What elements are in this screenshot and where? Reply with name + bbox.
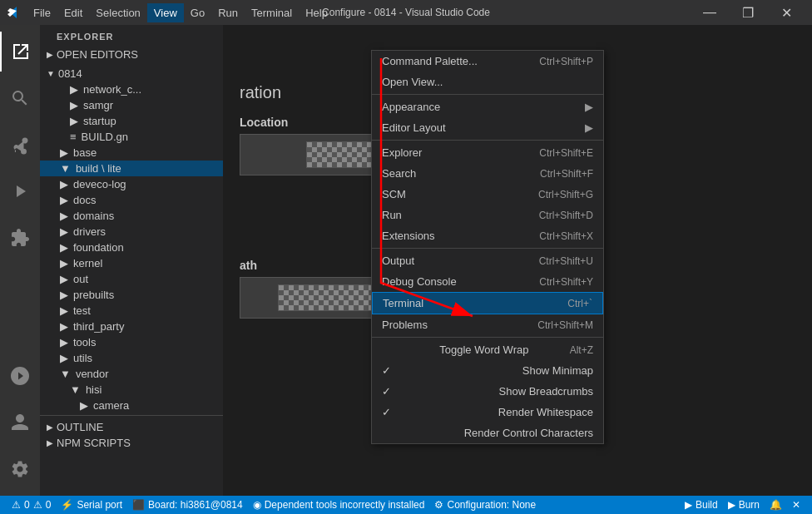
list-item[interactable]: ▶ network_c... bbox=[40, 82, 223, 97]
menu-terminal[interactable]: Terminal bbox=[245, 3, 299, 22]
activity-remote[interactable] bbox=[0, 356, 40, 396]
root-section-title[interactable]: ▼ 0814 bbox=[40, 66, 223, 82]
status-config[interactable]: ⚙ Configuration: None bbox=[429, 496, 541, 514]
activity-extensions[interactable] bbox=[0, 218, 40, 258]
activity-bar bbox=[0, 25, 40, 496]
item-label: build \ lite bbox=[76, 162, 121, 175]
serial-port-label: Serial port bbox=[77, 499, 122, 511]
menu-run-view[interactable]: Run Ctrl+Shift+D bbox=[372, 205, 603, 225]
list-item-foundation[interactable]: ▶ foundation bbox=[40, 240, 223, 255]
npm-section[interactable]: ▶ NPM SCRIPTS bbox=[40, 435, 223, 451]
app-icon bbox=[7, 6, 20, 19]
activity-scm[interactable] bbox=[0, 125, 40, 165]
separator-3 bbox=[372, 248, 603, 249]
list-item[interactable]: ▶ tools bbox=[40, 334, 223, 350]
list-item[interactable]: ▶ startup bbox=[40, 113, 223, 129]
item-label: network_c... bbox=[83, 83, 141, 96]
status-bell[interactable]: 🔔 bbox=[765, 496, 787, 514]
list-item[interactable]: ▼ hisi bbox=[40, 382, 223, 398]
status-errors[interactable]: ⚠ 0 ⚠ 0 bbox=[7, 496, 56, 514]
render-whitespace-check: ✓ bbox=[382, 406, 395, 418]
menu-explorer[interactable]: Explorer Ctrl+Shift+E bbox=[372, 142, 603, 163]
list-item[interactable]: ▶ camera bbox=[40, 398, 223, 413]
list-item[interactable]: ▶ third_party bbox=[40, 319, 223, 334]
list-item[interactable]: ▶ drivers bbox=[40, 224, 223, 240]
menu-edit[interactable]: Edit bbox=[57, 3, 89, 22]
list-item-build-lite[interactable]: ▼ build \ lite bbox=[40, 161, 223, 176]
menu-extensions[interactable]: Extensions Ctrl+Shift+X bbox=[372, 225, 603, 246]
bell-icon: 🔔 bbox=[770, 499, 782, 511]
open-editors-title[interactable]: ▶ OPEN EDITORS bbox=[40, 47, 223, 62]
menu-scm[interactable]: SCM Ctrl+Shift+G bbox=[372, 184, 603, 205]
close-notif-icon: ✕ bbox=[792, 499, 800, 511]
menu-go[interactable]: Go bbox=[184, 3, 211, 22]
status-burn[interactable]: ▶ Burn bbox=[723, 496, 765, 514]
menu-problems[interactable]: Problems Ctrl+Shift+M bbox=[372, 314, 603, 335]
menu-appearance[interactable]: Appearance ▶ bbox=[372, 96, 603, 117]
menu-selection[interactable]: Selection bbox=[89, 3, 146, 22]
close-button[interactable]: ✕ bbox=[767, 0, 805, 25]
list-item[interactable]: ▶ prebuilts bbox=[40, 287, 223, 303]
separator-4 bbox=[372, 337, 603, 338]
list-item[interactable]: ▶ test bbox=[40, 303, 223, 319]
list-item[interactable]: ▶ kernel bbox=[40, 255, 223, 271]
menu-show-minimap[interactable]: ✓ Show Minimap bbox=[372, 360, 603, 381]
activity-search[interactable] bbox=[0, 78, 40, 118]
menu-show-breadcrumbs[interactable]: ✓ Show Breadcrumbs bbox=[372, 381, 603, 402]
list-item[interactable]: ▶ samgr bbox=[40, 97, 223, 113]
status-board[interactable]: ⬛ Board: hi3861@0814 bbox=[127, 496, 248, 514]
folder-icon: ▶ bbox=[60, 241, 68, 254]
menu-render-control-chars[interactable]: Render Control Characters bbox=[372, 423, 603, 443]
board-icon: ⬛ bbox=[132, 499, 145, 511]
list-item[interactable]: ▶ base bbox=[40, 145, 223, 161]
status-build[interactable]: ▶ Build bbox=[680, 496, 723, 514]
menu-run[interactable]: Run bbox=[211, 3, 245, 22]
warning-icon: ⚠ bbox=[33, 499, 42, 511]
appearance-label: Appearance bbox=[382, 101, 440, 113]
maximize-button[interactable]: ❐ bbox=[729, 0, 767, 25]
menu-debug-console[interactable]: Debug Console Ctrl+Shift+Y bbox=[372, 271, 603, 292]
sidebar-header: Explorer bbox=[40, 25, 223, 45]
list-item[interactable]: ≡ BUILD.gn bbox=[40, 129, 223, 145]
item-label: tools bbox=[73, 336, 96, 348]
list-item[interactable]: ▶ domains bbox=[40, 208, 223, 224]
list-item[interactable]: ▼ vendor bbox=[40, 366, 223, 382]
menu-render-whitespace[interactable]: ✓ Render Whitespace bbox=[372, 402, 603, 423]
folder-icon: ▶ bbox=[60, 257, 68, 269]
list-item[interactable]: ▶ out bbox=[40, 271, 223, 287]
file-icon: ≡ bbox=[70, 131, 77, 143]
folder-icon: ▶ bbox=[60, 146, 68, 159]
problems-label: Problems bbox=[382, 319, 428, 331]
menu-open-view[interactable]: Open View... bbox=[372, 72, 603, 92]
open-editors-label: OPEN EDITORS bbox=[57, 48, 138, 61]
list-item[interactable]: ▶ docs bbox=[40, 192, 223, 208]
status-close-notif[interactable]: ✕ bbox=[787, 496, 805, 514]
activity-account[interactable] bbox=[0, 403, 40, 442]
search-label: Search bbox=[382, 167, 416, 180]
serial-port-icon: ⚡ bbox=[61, 499, 73, 511]
folder-icon: ▶ bbox=[60, 178, 68, 190]
activity-explorer[interactable] bbox=[0, 32, 40, 72]
command-palette-label: Command Palette... bbox=[382, 55, 478, 67]
menu-editor-layout[interactable]: Editor Layout ▶ bbox=[372, 117, 603, 138]
list-item[interactable]: ▶ utils bbox=[40, 350, 223, 366]
menu-file[interactable]: File bbox=[27, 3, 57, 22]
menu-search[interactable]: Search Ctrl+Shift+F bbox=[372, 163, 603, 184]
tools-icon: ◉ bbox=[253, 499, 261, 511]
menu-command-palette[interactable]: Command Palette... Ctrl+Shift+P bbox=[372, 51, 603, 72]
status-serial-port[interactable]: ⚡ Serial port bbox=[56, 496, 127, 514]
show-minimap-label: Show Minimap bbox=[522, 364, 593, 377]
menu-output[interactable]: Output Ctrl+Shift+U bbox=[372, 250, 603, 271]
menu-toggle-word-wrap[interactable]: Toggle Word Wrap Alt+Z bbox=[372, 339, 603, 360]
minimize-button[interactable]: — bbox=[691, 0, 729, 25]
activity-settings[interactable] bbox=[0, 449, 40, 489]
activity-run[interactable] bbox=[0, 171, 40, 211]
outline-section[interactable]: ▶ OUTLINE bbox=[40, 419, 223, 435]
outline-label: OUTLINE bbox=[57, 421, 103, 433]
window-title: Configure - 0814 - Visual Studio Code bbox=[322, 7, 490, 18]
scm-shortcut: Ctrl+Shift+G bbox=[538, 189, 593, 200]
list-item[interactable]: ▶ deveco-log bbox=[40, 176, 223, 192]
menu-view[interactable]: View bbox=[147, 3, 184, 22]
menu-terminal-item[interactable]: Terminal Ctrl+` bbox=[372, 292, 603, 314]
status-tools[interactable]: ◉ Dependent tools incorrectly installed bbox=[248, 496, 430, 514]
